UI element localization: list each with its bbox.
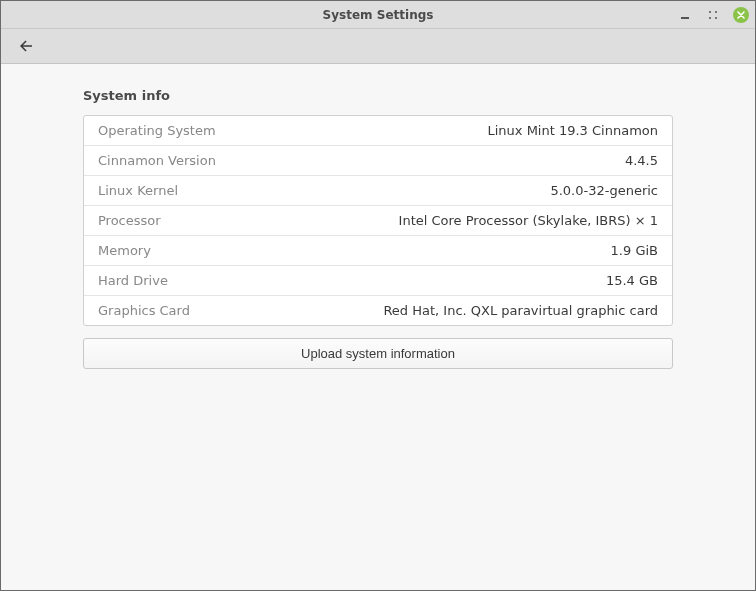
maximize-button[interactable] [705, 7, 721, 23]
info-label: Hard Drive [98, 273, 168, 288]
window-title: System Settings [1, 8, 755, 22]
row-memory: Memory 1.9 GiB [84, 236, 672, 266]
close-icon [736, 10, 746, 20]
row-operating-system: Operating System Linux Mint 19.3 Cinnamo… [84, 116, 672, 146]
info-label: Operating System [98, 123, 216, 138]
section-title: System info [83, 88, 673, 103]
arrow-left-icon [17, 37, 35, 55]
info-panel: Operating System Linux Mint 19.3 Cinnamo… [83, 115, 673, 326]
minimize-icon [680, 10, 690, 20]
info-label: Cinnamon Version [98, 153, 216, 168]
close-button[interactable] [733, 7, 749, 23]
maximize-icon [708, 10, 718, 20]
svg-point-4 [715, 17, 717, 19]
window-controls [677, 1, 749, 28]
info-label: Linux Kernel [98, 183, 178, 198]
upload-button[interactable]: Upload system information [83, 338, 673, 369]
info-value: Linux Mint 19.3 Cinnamon [487, 123, 658, 138]
svg-point-1 [709, 11, 711, 13]
svg-point-2 [715, 11, 717, 13]
row-graphics-card: Graphics Card Red Hat, Inc. QXL paravirt… [84, 296, 672, 325]
info-value: Red Hat, Inc. QXL paravirtual graphic ca… [383, 303, 658, 318]
toolbar [1, 29, 755, 64]
info-value: 15.4 GB [606, 273, 658, 288]
info-label: Graphics Card [98, 303, 190, 318]
info-label: Memory [98, 243, 151, 258]
info-label: Processor [98, 213, 161, 228]
info-value: 5.0.0-32-generic [550, 183, 658, 198]
info-value: Intel Core Processor (Skylake, IBRS) × 1 [399, 213, 658, 228]
row-cinnamon-version: Cinnamon Version 4.4.5 [84, 146, 672, 176]
row-linux-kernel: Linux Kernel 5.0.0-32-generic [84, 176, 672, 206]
titlebar: System Settings [1, 1, 755, 29]
svg-rect-0 [681, 17, 689, 19]
row-hard-drive: Hard Drive 15.4 GB [84, 266, 672, 296]
svg-point-3 [709, 17, 711, 19]
info-value: 1.9 GiB [611, 243, 658, 258]
back-button[interactable] [15, 35, 37, 57]
content-area: System info Operating System Linux Mint … [1, 64, 755, 369]
minimize-button[interactable] [677, 7, 693, 23]
info-value: 4.4.5 [625, 153, 658, 168]
row-processor: Processor Intel Core Processor (Skylake,… [84, 206, 672, 236]
